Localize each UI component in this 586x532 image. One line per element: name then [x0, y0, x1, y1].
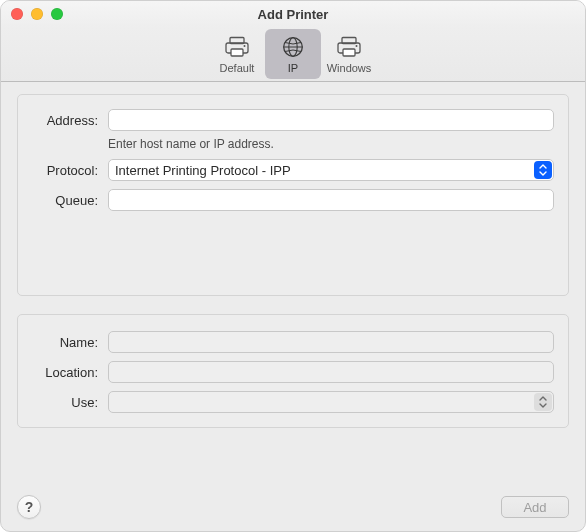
protocol-select[interactable]: Internet Printing Protocol - IPP: [108, 159, 554, 181]
use-row: Use:: [32, 391, 554, 413]
help-button[interactable]: ?: [17, 495, 41, 519]
content-area: Address: Enter host name or IP address. …: [1, 82, 585, 483]
zoom-window-button[interactable]: [51, 8, 63, 20]
globe-icon: [281, 34, 305, 60]
name-input[interactable]: [108, 331, 554, 353]
svg-point-10: [356, 45, 358, 47]
add-button[interactable]: Add: [501, 496, 569, 518]
toolbar: Default IP: [1, 27, 585, 82]
location-row: Location:: [32, 361, 554, 383]
tab-default[interactable]: Default: [209, 29, 265, 79]
footer: ? Add: [1, 483, 585, 531]
address-row: Address:: [32, 109, 554, 131]
tab-windows[interactable]: Windows: [321, 29, 377, 79]
protocol-label: Protocol:: [32, 163, 98, 178]
location-label: Location:: [32, 365, 98, 380]
svg-point-3: [244, 45, 246, 47]
protocol-value: Internet Printing Protocol - IPP: [115, 163, 291, 178]
toolbar-tabs: Default IP: [209, 29, 377, 79]
add-printer-window: Add Printer Default: [0, 0, 586, 532]
tab-windows-label: Windows: [327, 62, 372, 74]
address-input[interactable]: [108, 109, 554, 131]
window-controls: [11, 8, 63, 20]
tab-default-label: Default: [220, 62, 255, 74]
queue-row: Queue:: [32, 189, 554, 211]
svg-rect-9: [343, 49, 355, 56]
tab-ip-label: IP: [288, 62, 298, 74]
tab-ip[interactable]: IP: [265, 29, 321, 79]
svg-rect-2: [231, 49, 243, 56]
help-icon: ?: [25, 499, 34, 515]
name-label: Name:: [32, 335, 98, 350]
chevron-updown-icon: [534, 161, 552, 179]
location-input[interactable]: [108, 361, 554, 383]
name-row: Name:: [32, 331, 554, 353]
add-button-label: Add: [523, 500, 546, 515]
chevron-updown-icon: [534, 393, 552, 411]
connection-panel: Address: Enter host name or IP address. …: [17, 94, 569, 296]
queue-input[interactable]: [108, 189, 554, 211]
use-label: Use:: [32, 395, 98, 410]
details-panel: Name: Location: Use:: [17, 314, 569, 428]
address-label: Address:: [32, 113, 98, 128]
window-title: Add Printer: [1, 7, 585, 22]
protocol-row: Protocol: Internet Printing Protocol - I…: [32, 159, 554, 181]
minimize-window-button[interactable]: [31, 8, 43, 20]
printer-icon: [224, 34, 250, 60]
titlebar: Add Printer: [1, 1, 585, 27]
close-window-button[interactable]: [11, 8, 23, 20]
use-select[interactable]: [108, 391, 554, 413]
queue-label: Queue:: [32, 193, 98, 208]
address-hint: Enter host name or IP address.: [108, 137, 554, 151]
printer-icon: [336, 34, 362, 60]
